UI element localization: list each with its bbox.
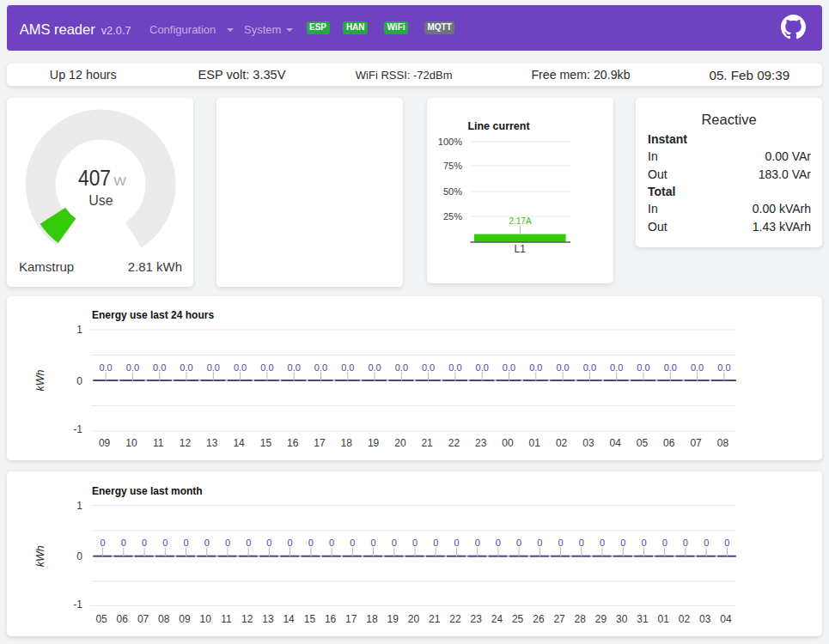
svg-text:17: 17 — [345, 613, 357, 625]
svg-text:183.0 VAr: 183.0 VAr — [759, 167, 812, 181]
svg-text:08: 08 — [158, 613, 170, 625]
svg-text:0: 0 — [496, 538, 501, 548]
svg-text:0: 0 — [370, 538, 375, 548]
svg-text:16: 16 — [287, 437, 299, 449]
svg-text:0: 0 — [204, 538, 210, 548]
svg-text:25%: 25% — [443, 211, 462, 222]
svg-text:0.0: 0.0 — [288, 362, 301, 373]
svg-text:20: 20 — [408, 613, 420, 625]
svg-text:22: 22 — [448, 437, 460, 449]
svg-text:kWh: kWh — [34, 545, 46, 567]
svg-text:23: 23 — [471, 613, 483, 625]
svg-text:0.0: 0.0 — [180, 362, 192, 373]
svg-text:13: 13 — [262, 613, 274, 625]
svg-text:0.0: 0.0 — [153, 362, 166, 373]
svg-text:13: 13 — [206, 437, 218, 449]
svg-text:L1: L1 — [515, 243, 527, 255]
svg-text:15: 15 — [260, 437, 272, 449]
svg-text:0.0: 0.0 — [717, 362, 730, 373]
svg-text:15: 15 — [304, 613, 316, 625]
svg-text:09: 09 — [99, 437, 111, 449]
svg-text:0.0: 0.0 — [691, 362, 704, 373]
svg-text:0.0: 0.0 — [99, 362, 112, 373]
svg-text:23: 23 — [475, 437, 487, 449]
svg-text:In: In — [648, 202, 658, 216]
svg-text:75%: 75% — [443, 161, 462, 171]
svg-text:18: 18 — [341, 437, 353, 449]
svg-text:09: 09 — [179, 613, 191, 625]
svg-text:0: 0 — [558, 538, 564, 548]
svg-text:0: 0 — [579, 538, 584, 548]
svg-text:25: 25 — [512, 613, 524, 625]
svg-text:05: 05 — [95, 613, 107, 625]
svg-text:0: 0 — [121, 538, 126, 548]
svg-text:26: 26 — [533, 613, 545, 625]
svg-text:-1: -1 — [73, 423, 82, 435]
svg-text:0.0: 0.0 — [664, 362, 677, 373]
svg-text:06: 06 — [663, 437, 675, 449]
svg-text:0.0: 0.0 — [368, 362, 381, 373]
svg-text:Line current: Line current — [467, 120, 530, 132]
svg-text:0.0: 0.0 — [207, 362, 220, 373]
svg-text:18: 18 — [366, 613, 378, 625]
svg-text:02: 02 — [679, 613, 691, 625]
svg-text:0: 0 — [266, 538, 271, 548]
svg-text:0: 0 — [516, 538, 521, 548]
svg-text:05: 05 — [637, 437, 649, 449]
svg-text:02: 02 — [556, 437, 568, 449]
svg-text:27: 27 — [553, 613, 565, 625]
svg-text:0.0: 0.0 — [341, 362, 354, 373]
svg-text:W: W — [113, 173, 126, 188]
svg-text:0: 0 — [641, 538, 646, 548]
svg-text:1.43 kVArh: 1.43 kVArh — [753, 220, 811, 234]
svg-text:07: 07 — [137, 613, 149, 625]
svg-text:0: 0 — [683, 538, 688, 548]
svg-text:0.0: 0.0 — [610, 362, 623, 373]
svg-text:0: 0 — [288, 538, 293, 548]
svg-text:0: 0 — [662, 538, 667, 548]
svg-text:0: 0 — [412, 538, 418, 548]
svg-text:10: 10 — [200, 613, 212, 625]
svg-text:0: 0 — [475, 538, 480, 548]
svg-text:0: 0 — [724, 538, 729, 548]
svg-text:28: 28 — [575, 613, 587, 625]
svg-text:0: 0 — [350, 538, 355, 548]
svg-text:0.0: 0.0 — [234, 362, 247, 373]
svg-text:11: 11 — [221, 613, 232, 625]
svg-text:Total: Total — [648, 185, 675, 198]
svg-text:In: In — [648, 149, 658, 163]
svg-text:100%: 100% — [438, 137, 462, 147]
svg-text:0: 0 — [183, 538, 188, 548]
svg-text:0: 0 — [225, 538, 230, 548]
svg-text:16: 16 — [325, 613, 337, 625]
svg-text:24: 24 — [491, 613, 503, 625]
svg-text:2.17A: 2.17A — [509, 216, 531, 226]
svg-text:Kamstrup: Kamstrup — [19, 259, 74, 274]
svg-text:0.0: 0.0 — [529, 362, 542, 373]
svg-text:01: 01 — [658, 613, 670, 625]
svg-text:0: 0 — [620, 538, 625, 548]
svg-text:0.0: 0.0 — [503, 362, 515, 373]
svg-text:04: 04 — [610, 437, 622, 449]
svg-text:10: 10 — [125, 437, 137, 449]
svg-text:07: 07 — [690, 437, 702, 449]
svg-text:0.0: 0.0 — [422, 362, 435, 373]
svg-text:0.0: 0.0 — [126, 362, 139, 373]
svg-text:0: 0 — [392, 538, 397, 548]
svg-text:08: 08 — [717, 437, 729, 449]
svg-text:0: 0 — [704, 538, 709, 548]
svg-text:0: 0 — [329, 538, 334, 548]
svg-text:30: 30 — [616, 613, 628, 625]
svg-text:0.0: 0.0 — [637, 362, 649, 373]
svg-text:1: 1 — [76, 324, 82, 336]
svg-text:0: 0 — [76, 375, 82, 387]
svg-text:0.0: 0.0 — [583, 362, 596, 373]
svg-text:31: 31 — [637, 613, 649, 625]
svg-text:19: 19 — [368, 437, 380, 449]
svg-text:407: 407 — [78, 166, 111, 190]
svg-text:0: 0 — [454, 538, 459, 548]
svg-text:-1: -1 — [73, 598, 82, 611]
svg-text:21: 21 — [429, 613, 441, 625]
svg-text:19: 19 — [387, 613, 399, 625]
svg-text:Energy use last 24 hours: Energy use last 24 hours — [92, 309, 214, 321]
